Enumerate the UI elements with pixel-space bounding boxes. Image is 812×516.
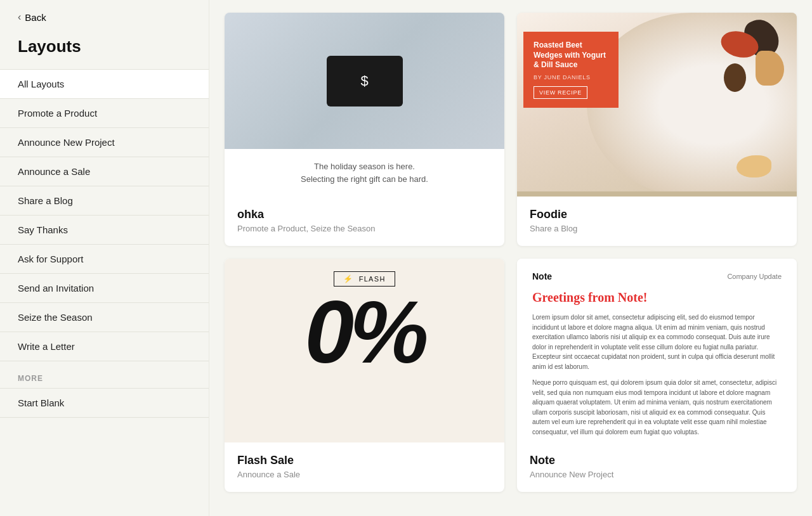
more-section-label: MORE: [0, 361, 209, 388]
card-foodie-preview: Roasted Beet Wedges with Yogurt & Dill S…: [517, 13, 797, 197]
note-header: Note Company Update: [532, 271, 782, 281]
sidebar-item-ask-support[interactable]: Ask for Support: [0, 245, 209, 274]
recipe-title: Roasted Beet Wedges with Yogurt & Dill S…: [534, 41, 608, 70]
card-note[interactable]: Note Company Update Greetings from Note!…: [517, 259, 797, 492]
back-button[interactable]: ‹ Back: [0, 0, 209, 34]
sidebar-item-announce-sale[interactable]: Announce a Sale: [0, 157, 209, 186]
card-ohka-preview: $ The holiday season is here. Selecting …: [225, 13, 504, 197]
card-note-name: Note: [530, 454, 784, 467]
card-foodie-name: Foodie: [530, 208, 784, 221]
card-ohka-info: ohka Promote a Product, Seize the Season: [225, 197, 504, 246]
sidebar-item-seize-season[interactable]: Seize the Season: [0, 303, 209, 332]
card-flash-tags: Announce a Sale: [237, 470, 492, 479]
sidebar-item-write-letter[interactable]: Write a Letter: [0, 332, 209, 361]
sidebar: ‹ Back Layouts All LayoutsPromote a Prod…: [0, 0, 209, 516]
note-brand: Note: [532, 271, 552, 281]
cards-grid: $ The holiday season is here. Selecting …: [225, 13, 797, 492]
food-decoration-3: [756, 51, 784, 86]
card-foodie-tags: Share a Blog: [530, 224, 784, 233]
sidebar-item-share-blog[interactable]: Share a Blog: [0, 186, 209, 216]
sidebar-item-send-invitation[interactable]: Send an Invitation: [0, 274, 209, 303]
card-flash-name: Flash Sale: [237, 454, 492, 467]
card-note-info: Note Announce New Project: [517, 442, 797, 492]
card-ohka-tags: Promote a Product, Seize the Season: [237, 224, 492, 233]
food-decoration-4: [724, 63, 746, 92]
food-decoration-5: [737, 155, 771, 177]
recipe-button: VIEW RECIPE: [534, 86, 587, 99]
back-label: Back: [25, 12, 46, 23]
card-note-preview: Note Company Update Greetings from Note!…: [517, 259, 797, 442]
recipe-author: BY JUNE DANIELS: [534, 74, 608, 81]
wallet-icon: $: [327, 56, 403, 106]
card-ohka-image: $: [225, 13, 504, 149]
card-flash-preview: ⚡ FLASH 0%: [225, 259, 504, 442]
note-tag: Company Update: [727, 273, 782, 280]
sidebar-item-promote-product[interactable]: Promote a Product: [0, 99, 209, 128]
card-note-tags: Announce New Project: [530, 470, 784, 479]
card-foodie-bar: [517, 191, 797, 197]
sidebar-item-start-blank[interactable]: Start Blank: [0, 388, 209, 418]
flash-percent: 0%: [304, 288, 424, 377]
note-body-1: Lorem ipsum dolor sit amet, consectetur …: [532, 313, 782, 371]
sidebar-title: Layouts: [0, 34, 209, 69]
note-greeting: Greetings from Note!: [532, 290, 782, 305]
sidebar-item-all-layouts[interactable]: All Layouts: [0, 69, 209, 99]
note-body-2: Neque porro quisquam est, qui dolorem ip…: [532, 378, 782, 437]
sidebar-item-say-thanks[interactable]: Say Thanks: [0, 216, 209, 245]
card-flash[interactable]: ⚡ FLASH 0% Flash Sale Announce a Sale: [225, 259, 504, 492]
sidebar-item-announce-new-project[interactable]: Announce New Project: [0, 128, 209, 157]
nav-list: All LayoutsPromote a ProductAnnounce New…: [0, 69, 209, 361]
card-foodie[interactable]: Roasted Beet Wedges with Yogurt & Dill S…: [517, 13, 797, 246]
main-content: $ The holiday season is here. Selecting …: [209, 0, 812, 516]
back-chevron-icon: ‹: [18, 11, 21, 23]
more-nav-list: Start Blank: [0, 388, 209, 418]
card-ohka[interactable]: $ The holiday season is here. Selecting …: [225, 13, 504, 246]
card-foodie-info: Foodie Share a Blog: [517, 197, 797, 246]
card-ohka-name: ohka: [237, 208, 492, 221]
card-ohka-caption: The holiday season is here. Selecting th…: [225, 149, 504, 197]
recipe-card: Roasted Beet Wedges with Yogurt & Dill S…: [523, 32, 619, 108]
card-flash-info: Flash Sale Announce a Sale: [225, 442, 504, 492]
